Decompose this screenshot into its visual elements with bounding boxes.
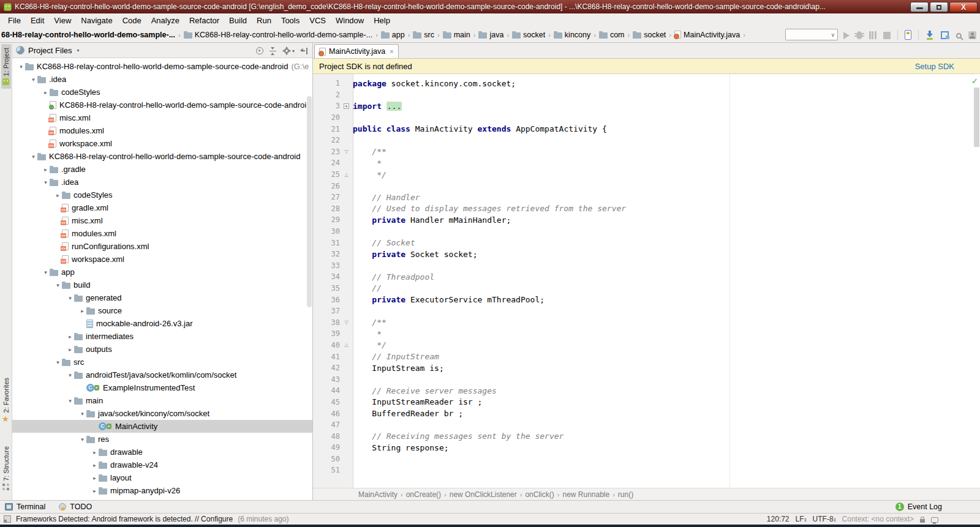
tree-row[interactable]: app <box>12 266 312 278</box>
chevron-right-icon[interactable] <box>91 488 99 494</box>
tree-row[interactable]: .idea <box>12 176 312 189</box>
chevron-right-icon[interactable] <box>91 475 99 481</box>
project-view-title[interactable]: Project Files <box>28 46 72 55</box>
editor-breadcrumb-item[interactable]: new Runnable <box>562 490 609 499</box>
tree-row[interactable]: workspace.xml <box>12 137 312 150</box>
run-configuration-select[interactable] <box>785 29 838 40</box>
avatar-button[interactable] <box>968 30 976 39</box>
menu-run[interactable]: Run <box>252 15 276 26</box>
editor-breadcrumb-item[interactable]: MainActivity <box>358 490 398 499</box>
chevron-down-icon[interactable] <box>42 179 50 185</box>
breadcrumb-item[interactable]: main <box>443 31 470 39</box>
tree-row[interactable]: mockable-android-26.v3.jar <box>12 317 312 330</box>
chevron-down-icon[interactable] <box>66 398 74 404</box>
tree-row[interactable]: modules.xml <box>12 227 312 240</box>
fold-marker-icon[interactable] <box>340 172 353 178</box>
chevron-down-icon[interactable] <box>17 64 25 70</box>
tree-row[interactable]: layout <box>12 471 312 484</box>
menu-vcs[interactable]: VCS <box>305 15 330 26</box>
breadcrumb-item[interactable]: src <box>413 31 434 39</box>
tree-row[interactable]: generated <box>12 291 312 304</box>
fold-open-icon[interactable] <box>344 320 348 325</box>
fold-open-icon[interactable] <box>344 149 348 154</box>
tab-mainactivity[interactable]: MainActivity.java <box>314 44 399 58</box>
menu-code[interactable]: Code <box>118 15 146 26</box>
chevron-down-icon[interactable] <box>78 411 86 417</box>
collapse-all-button[interactable] <box>270 45 276 54</box>
settings-button[interactable] <box>282 45 295 55</box>
sidebar-item-structure[interactable]: 7: Structure <box>1 443 11 494</box>
menu-tools[interactable]: Tools <box>277 15 304 26</box>
tree-row[interactable]: source <box>12 304 312 317</box>
fold-plus-icon[interactable] <box>344 103 349 109</box>
search-everywhere-button[interactable] <box>956 30 962 39</box>
chevron-down-icon[interactable] <box>77 48 80 53</box>
chevron-down-icon[interactable] <box>54 282 62 288</box>
profile-button[interactable] <box>869 30 876 39</box>
tool-windows-icon[interactable] <box>4 515 11 523</box>
editor-breadcrumb-item[interactable]: run() <box>618 490 633 499</box>
run-button[interactable] <box>843 30 850 39</box>
restore-button[interactable] <box>930 2 948 12</box>
chevron-right-icon[interactable] <box>42 166 50 173</box>
tree-row[interactable]: mipmap-anydpi-v26 <box>12 484 312 497</box>
hector-inspector-icon[interactable] <box>931 517 938 523</box>
tab-todo[interactable]: TODO <box>59 503 92 511</box>
fold-close-icon[interactable] <box>344 342 348 348</box>
tree-row[interactable]: workspace.xml <box>12 253 312 266</box>
chevron-right-icon[interactable] <box>66 346 74 353</box>
breadcrumb-item[interactable]: socket <box>512 31 545 39</box>
tree-row[interactable]: res <box>12 433 312 446</box>
menu-refactor[interactable]: Refactor <box>185 15 224 26</box>
minimize-button[interactable] <box>910 2 929 12</box>
tree-row[interactable]: .gradle <box>12 163 312 176</box>
fold-marker-icon[interactable] <box>340 103 353 109</box>
tree-row[interactable]: runConfigurations.xml <box>12 240 312 253</box>
breadcrumb-item[interactable]: app <box>381 31 405 39</box>
chevron-right-icon[interactable] <box>91 462 99 468</box>
code-editor[interactable]: 1package socket.kincony.com.socket;23imp… <box>313 74 980 488</box>
chevron-down-icon[interactable] <box>54 359 62 365</box>
sidebar-item-favorites[interactable]: 2: Favorites <box>1 374 11 427</box>
lock-icon[interactable] <box>920 519 925 523</box>
breadcrumb-item[interactable]: com <box>599 31 625 39</box>
menu-navigate[interactable]: Navigate <box>77 15 116 26</box>
tree-row[interactable]: intermediates <box>12 330 312 343</box>
breadcrumb-item[interactable]: 68-H8-relay-control-hello-world-demo-sam… <box>1 31 175 39</box>
caret-position[interactable]: 120:72 <box>767 515 790 523</box>
tree-scrollbar[interactable] <box>307 96 312 307</box>
menu-window[interactable]: Window <box>331 15 368 26</box>
breadcrumb-item[interactable]: KC868-H8-relay-control-hello-world-demo-… <box>184 31 372 39</box>
chevron-right-icon[interactable] <box>91 449 99 455</box>
stop-button[interactable] <box>883 30 891 39</box>
menu-view[interactable]: View <box>50 15 75 26</box>
encoding-widget[interactable]: UTF-8 <box>813 515 836 523</box>
breadcrumb-item[interactable]: java <box>478 31 503 39</box>
chevron-down-icon[interactable] <box>42 269 50 275</box>
event-log-button[interactable]: 1 Event Log <box>895 503 942 511</box>
close-tab-icon[interactable] <box>390 48 393 55</box>
tree-row[interactable]: MainActivity <box>12 420 312 433</box>
tree-row[interactable]: codeStyles <box>12 86 312 99</box>
menu-help[interactable]: Help <box>369 15 394 26</box>
fold-marker-icon[interactable] <box>340 342 353 348</box>
chevron-down-icon[interactable] <box>78 436 86 443</box>
fold-marker-icon[interactable] <box>340 320 353 325</box>
status-message[interactable]: Frameworks Detected: Android framework i… <box>16 515 233 523</box>
hide-button[interactable] <box>301 46 307 55</box>
tree-row[interactable]: build <box>12 278 312 291</box>
editor-breadcrumb-item[interactable]: onCreate() <box>406 490 441 499</box>
chevron-down-icon[interactable] <box>29 77 37 83</box>
tree-row[interactable]: src <box>12 356 312 368</box>
chevron-down-icon[interactable] <box>66 372 74 378</box>
tree-row[interactable]: KC868-H8-relay-control-hello-world-demo-… <box>12 150 312 163</box>
tree-row[interactable]: gradle.xml <box>12 201 312 214</box>
layout-windows-button[interactable] <box>941 30 949 39</box>
editor-breadcrumb-item[interactable]: new OnClickListener <box>450 490 517 499</box>
chevron-down-icon[interactable] <box>29 154 37 160</box>
breadcrumb-item[interactable]: MainActivity.java <box>674 31 740 39</box>
tree-row[interactable]: misc.xml <box>12 214 312 227</box>
tree-row[interactable]: codeStyles <box>12 189 312 201</box>
chevron-right-icon[interactable] <box>66 334 74 340</box>
menu-analyze[interactable]: Analyze <box>147 15 184 26</box>
